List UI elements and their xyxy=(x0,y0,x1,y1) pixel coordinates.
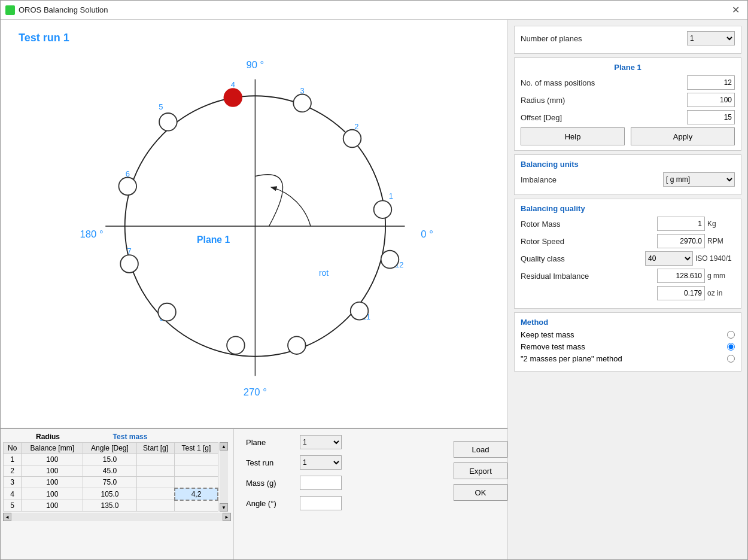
window-title: OROS Balancing Solution xyxy=(19,5,108,14)
scrollbar-horizontal[interactable]: ◄ ► xyxy=(3,513,231,521)
radius-header: Radius xyxy=(21,433,75,441)
col-angle-deg: Angle [Deg] xyxy=(83,443,137,454)
app-icon xyxy=(5,5,15,15)
rotor-mass-label: Rotor Mass xyxy=(521,220,657,229)
residual-imbalance-unit2: oz in xyxy=(705,289,735,297)
svg-point-32 xyxy=(381,251,399,269)
balancing-units-title: Balancing units xyxy=(521,160,735,169)
quality-class-label: Quality class xyxy=(521,254,645,263)
svg-point-14 xyxy=(293,95,311,112)
quality-class-select[interactable]: 40 xyxy=(645,251,693,266)
col-balance-mm: Balance [mm] xyxy=(22,443,83,454)
svg-text:7: 7 xyxy=(127,246,131,255)
svg-text:rot: rot xyxy=(319,268,329,278)
col-no: No xyxy=(4,443,22,454)
table-row[interactable]: 5100135.0 xyxy=(4,500,218,512)
svg-text:Plane 1: Plane 1 xyxy=(197,235,230,245)
close-button[interactable]: ✕ xyxy=(728,3,743,17)
svg-point-12 xyxy=(343,130,361,148)
angle-input[interactable] xyxy=(300,496,342,510)
test-run-row: Test run 1 xyxy=(246,455,442,470)
svg-text:180 °: 180 ° xyxy=(80,229,104,240)
svg-text:5: 5 xyxy=(159,102,163,111)
plane-select[interactable]: 1 xyxy=(300,435,342,449)
svg-text:0 °: 0 ° xyxy=(421,229,433,240)
svg-point-20 xyxy=(118,177,136,195)
rotor-mass-unit: Kg xyxy=(705,220,735,228)
residual-imbalance-unit1: g mm xyxy=(705,272,735,280)
table-section: Radius Test mass No Balance [mm] xyxy=(1,429,234,559)
svg-text:270 °: 270 ° xyxy=(244,386,267,398)
test-mass-header: Test mass xyxy=(102,433,159,441)
svg-point-26 xyxy=(227,336,245,354)
residual-imbalance-input2[interactable] xyxy=(657,286,705,300)
svg-text:2: 2 xyxy=(354,122,358,131)
keep-test-mass-label: Keep test mass xyxy=(521,330,727,339)
title-bar: OROS Balancing Solution ✕ xyxy=(1,1,747,20)
angle-row: Angle (°) xyxy=(246,496,442,510)
load-button[interactable]: Load xyxy=(454,441,507,458)
two-masses-radio[interactable] xyxy=(727,355,735,363)
test-run-select[interactable]: 1 xyxy=(300,455,342,470)
no-mass-positions-label: No. of mass positions xyxy=(521,78,687,87)
rotor-speed-input[interactable] xyxy=(657,234,705,248)
remove-test-mass-radio[interactable] xyxy=(727,343,735,351)
imbalance-select[interactable]: [ g mm] xyxy=(663,172,735,187)
num-planes-select[interactable]: 1 xyxy=(687,31,735,45)
svg-text:90 °: 90 ° xyxy=(246,59,264,71)
angle-label: Angle (°) xyxy=(246,499,294,508)
svg-point-22 xyxy=(120,255,138,273)
offset-input[interactable] xyxy=(687,110,735,124)
svg-point-16 xyxy=(224,89,242,106)
balance-diagram: 90 ° 180 ° 0 ° 270 ° xyxy=(13,38,503,415)
radius-input[interactable] xyxy=(687,93,735,107)
table-row[interactable]: 110015.0 xyxy=(4,454,218,465)
apply-button[interactable]: Apply xyxy=(631,127,735,145)
scroll-right-btn[interactable]: ► xyxy=(223,513,231,521)
help-button[interactable]: Help xyxy=(521,127,625,145)
ok-button[interactable]: OK xyxy=(454,484,507,501)
bottom-buttons: Load Export OK xyxy=(454,429,507,559)
scroll-up-btn[interactable]: ▲ xyxy=(220,442,228,451)
table-row[interactable]: 4100105.04,2 xyxy=(4,488,218,500)
residual-imbalance-label: Residual Imbalance xyxy=(521,272,657,281)
scroll-left-btn[interactable]: ◄ xyxy=(3,513,11,521)
rotor-mass-input[interactable] xyxy=(657,217,705,231)
main-area: Test run 1 90 ° 180 ° 0 ° 270 ° xyxy=(1,20,747,559)
test-run-label: Test run xyxy=(246,458,294,467)
right-panel: Number of planes 1 Plane 1 No. of mass p… xyxy=(508,20,747,559)
no-mass-positions-input[interactable] xyxy=(687,75,735,90)
col-start-g: Start [g] xyxy=(136,443,175,454)
bottom-right-section: Plane 1 Test run 1 Mass (g) xyxy=(234,429,454,559)
bottom-panel: Radius Test mass No Balance [mm] xyxy=(1,428,507,559)
table-row[interactable]: 210045.0 xyxy=(4,465,218,477)
svg-text:4: 4 xyxy=(231,80,235,89)
offset-label: Offset [Deg] xyxy=(521,113,687,122)
plane-label: Plane xyxy=(246,438,294,447)
plane-row: Plane 1 xyxy=(246,435,442,449)
svg-point-10 xyxy=(374,200,392,218)
rotor-speed-label: Rotor Speed xyxy=(521,237,657,246)
mass-input[interactable] xyxy=(300,476,342,490)
svg-text:3: 3 xyxy=(300,86,305,95)
table-row[interactable]: 310075.0 xyxy=(4,477,218,488)
keep-test-mass-radio[interactable] xyxy=(727,331,735,339)
radius-label: Radius (mm) xyxy=(521,96,687,105)
residual-imbalance-input1[interactable] xyxy=(657,269,705,283)
imbalance-label: Imbalance xyxy=(521,175,663,184)
export-button[interactable]: Export xyxy=(454,462,507,479)
main-window: OROS Balancing Solution ✕ Test run 1 90 … xyxy=(0,0,748,560)
quality-class-unit: ISO 1940/1 xyxy=(693,254,735,263)
col-test1-g: Test 1 [g] xyxy=(175,443,218,454)
two-masses-label: "2 masses per plane" method xyxy=(521,354,727,363)
svg-point-30 xyxy=(351,302,369,320)
scrollbar-vertical[interactable]: ▲ ▼ xyxy=(220,442,228,512)
balancing-units-section: Balancing units Imbalance [ g mm] xyxy=(514,154,741,195)
scroll-down-btn[interactable]: ▼ xyxy=(220,503,228,512)
plane1-section: Plane 1 No. of mass positions Radius (mm… xyxy=(514,57,741,151)
num-planes-label: Number of planes xyxy=(521,34,687,43)
diagram-area: Test run 1 90 ° 180 ° 0 ° 270 ° xyxy=(1,20,507,428)
svg-text:1: 1 xyxy=(389,191,393,200)
mass-row: Mass (g) xyxy=(246,476,442,490)
left-panel: Test run 1 90 ° 180 ° 0 ° 270 ° xyxy=(1,20,508,559)
